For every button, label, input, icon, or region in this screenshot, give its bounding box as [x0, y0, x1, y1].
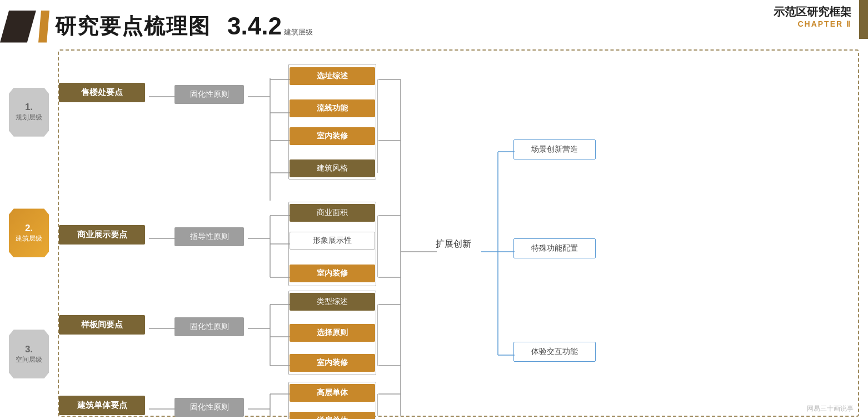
sidebar-num-3: 3.	[25, 344, 33, 355]
branch4-l1: 建筑单体要点	[59, 396, 145, 415]
chapter-label: CHAPTER Ⅱ	[774, 19, 851, 28]
box-gu-hua-4: 固化性原则	[174, 398, 244, 417]
branch1-l1: 售楼处要点	[59, 83, 145, 102]
branch3-principle: 固化性原则	[174, 317, 244, 336]
sub-gao-ceng: 高层单体	[290, 384, 375, 402]
expand-node: 扩展创新	[436, 238, 471, 250]
sub-xing-xiang: 形象展示性	[290, 232, 375, 250]
header-accent2	[38, 11, 49, 43]
right-item-2: 特殊功能配置	[513, 238, 596, 258]
box-gu-hua-1: 固化性原则	[174, 85, 244, 104]
sub-lei-xing: 类型综述	[290, 293, 375, 311]
branch3-l1: 样板间要点	[59, 315, 145, 335]
sidebar-item-space: 3. 空间层级	[9, 330, 49, 378]
box-shou-lou: 售楼处要点	[59, 83, 145, 102]
right-item-1: 场景创新营造	[513, 139, 596, 159]
section-subtitle: 建筑层级	[284, 27, 313, 37]
sub-shi-nei-3: 室内装修	[290, 354, 375, 372]
box-yang-ban: 样板间要点	[59, 315, 145, 335]
header-main-title: 研究要点梳理图	[55, 15, 211, 38]
sub-jian-zhu-fg: 建筑风格	[290, 159, 375, 177]
diagram-area: 售楼处要点 商业展示要点 样板间要点 建筑单体要点 固化性原则 指导性原则	[58, 49, 859, 417]
sub-shang-ye-mj: 商业面积	[290, 204, 375, 222]
box-zhi-dao: 指导性原则	[174, 227, 244, 246]
sub-shi-nei-2: 室内装修	[290, 265, 375, 282]
sidebar-label-1: 规划层级	[16, 113, 42, 122]
sidebar-label-3: 空间层级	[16, 355, 42, 365]
chapter-title-cn: 示范区研究框架	[774, 4, 851, 19]
sub-shi-nei-1: 室内装修	[290, 127, 375, 145]
sub-liu-xian: 流线功能	[290, 99, 375, 117]
branch2-l1: 商业展示要点	[59, 225, 145, 245]
watermark: 网易三十画说事	[807, 404, 854, 413]
sidebar-num-1: 1.	[25, 102, 33, 113]
box-jian-zhu: 建筑单体要点	[59, 396, 145, 415]
right-item-3: 体验交互功能	[513, 342, 596, 362]
right-border-accent	[859, 0, 868, 39]
sidebar-item-planning: 1. 规划层级	[9, 88, 49, 137]
branch4-principle: 固化性原则	[174, 398, 244, 417]
sub-xuan-zhi: 选址综述	[290, 67, 375, 85]
chapter-header-right: 示范区研究框架 CHAPTER Ⅱ	[774, 4, 851, 28]
sub-yang-fang: 洋房单体	[290, 412, 375, 419]
box-gu-hua-3: 固化性原则	[174, 317, 244, 336]
branch2-principle: 指导性原则	[174, 227, 244, 246]
sub-xuan-ze: 选择原则	[290, 324, 375, 342]
header: 研究要点梳理图 3.4.2 建筑层级 示范区研究框架 CHAPTER Ⅱ	[0, 0, 868, 47]
box-shang-ye: 商业展示要点	[59, 225, 145, 245]
header-accent	[0, 11, 36, 43]
sidebar-label-2: 建筑层级	[16, 234, 42, 243]
section-number: 3.4.2	[227, 14, 282, 38]
sidebar-item-architecture: 2. 建筑层级	[9, 208, 49, 257]
branch1-principle: 固化性原则	[174, 85, 244, 104]
sidebar: 1. 规划层级 2. 建筑层级 3. 空间层级	[4, 47, 53, 419]
sidebar-num-2: 2.	[25, 223, 33, 234]
